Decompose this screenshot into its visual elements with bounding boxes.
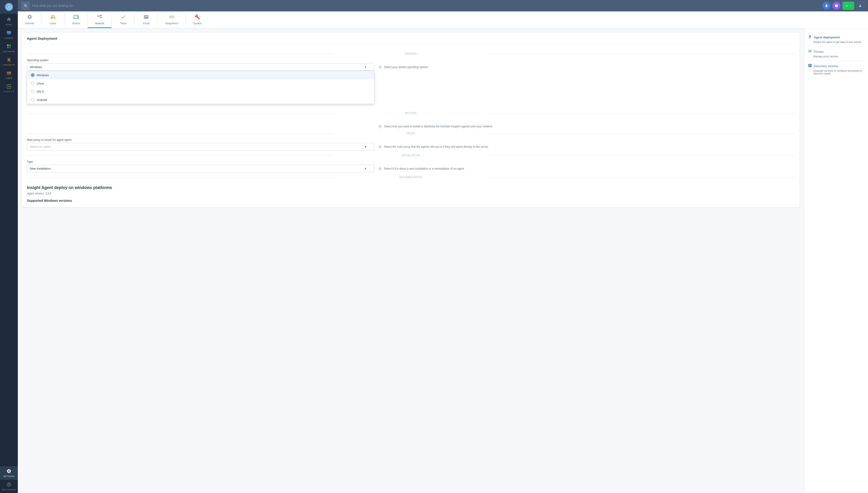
sidebar-item-service-desk-label: SERVICE DESK (2, 489, 16, 491)
side-panel-proxies[interactable]: Proxies Manage proxy servers (808, 46, 864, 61)
os-chevron-icon: ▼ (364, 65, 367, 69)
tab-email[interactable]: Email (135, 12, 158, 28)
search-input[interactable] (32, 4, 820, 7)
svg-line-20 (99, 16, 100, 16)
svg-rect-1 (7, 31, 11, 34)
side-panel-discovery-sources[interactable]: Discovery sources Integrate services or … (808, 61, 864, 78)
tab-integrations[interactable]: Integrations (158, 12, 185, 28)
sidebar-item-assets[interactable]: ASSETS (0, 28, 18, 42)
svg-rect-5 (7, 47, 9, 48)
tab-users[interactable]: Users (42, 12, 64, 28)
installation-form-row: Type New installation ▼ i Select if it i… (27, 160, 795, 172)
os-option-linux[interactable]: Linux (27, 79, 374, 87)
installation-select-col: Type New installation ▼ (27, 160, 374, 172)
os-option-osx[interactable]: OS X (27, 87, 374, 95)
os-info-text: Select your assets operating system (384, 65, 428, 69)
os-option-osx-label: OS X (37, 90, 44, 93)
proxies-desc: Manage proxy servers (808, 55, 864, 58)
method-info-icon: i (378, 124, 382, 129)
section-installation: INSTALLATION (27, 154, 795, 156)
os-radio-linux (31, 82, 35, 85)
installation-type-select[interactable]: New installation ▼ (27, 165, 374, 172)
proxy-info: i Select the main proxy that the agents … (378, 138, 795, 149)
help-button[interactable] (832, 2, 841, 10)
topbar: ＋ (18, 0, 868, 12)
os-option-android-label: Android (37, 98, 47, 102)
svg-point-12 (10, 72, 11, 72)
os-selected-value: Windows (30, 65, 42, 69)
sidebar-item-service-desk[interactable]: SERVICE DESK (0, 480, 18, 493)
tab-tasks[interactable]: Tasks (112, 12, 135, 28)
sidebar-item-other[interactable]: OTHER CIs (0, 82, 18, 95)
os-radio-osx (31, 90, 35, 93)
os-radio-windows (31, 73, 35, 77)
doc-version-label: Agent version: (27, 192, 44, 195)
agent-deployment-icon (808, 35, 812, 40)
section-proxy: PROXY (27, 132, 795, 135)
email-tab-icon (143, 14, 149, 21)
notification-button[interactable] (822, 2, 830, 10)
svg-rect-3 (7, 44, 9, 46)
sidebar-item-software[interactable]: SOFTWARE (0, 42, 18, 55)
svg-rect-18 (100, 15, 102, 16)
method-form-row: i Select how you want to install or dist… (27, 118, 795, 129)
cmdb-icon (6, 70, 12, 76)
proxy-select-wrapper: Select an option ▼ (27, 143, 374, 150)
os-option-android[interactable]: Android (27, 95, 374, 104)
doc-title: Insight Agent deploy on windows platform… (27, 185, 795, 190)
section-method: METHOD (27, 112, 795, 114)
tab-general[interactable]: General (18, 12, 41, 28)
proxy-chevron-icon: ▼ (364, 145, 367, 148)
tab-assets-label: Assets (73, 22, 80, 25)
svg-rect-11 (7, 74, 11, 75)
side-panel: Agent deployment Deploy the agent to get… (804, 28, 868, 493)
discovery-sources-title: Discovery sources (814, 64, 838, 68)
main-content: ＋ General (18, 0, 868, 493)
topbar-actions: ＋ (822, 2, 864, 10)
discovery-sources-desc: Integrate services or configure processe… (808, 69, 864, 75)
sidebar-item-settings-label: SETTINGS (3, 475, 14, 477)
tab-system[interactable]: System (186, 12, 209, 28)
installation-select-wrapper: New installation ▼ (27, 165, 374, 172)
user-menu-button[interactable] (856, 2, 864, 10)
software-icon (6, 44, 12, 49)
sidebar-item-home[interactable]: HOME (0, 15, 18, 28)
tab-network[interactable]: Network (88, 12, 111, 28)
tab-network-label: Network (95, 22, 104, 25)
tasks-tab-icon (120, 14, 126, 21)
documentation-section: Insight Agent deploy on windows platform… (27, 185, 795, 202)
installation-type-label: Type (27, 160, 374, 164)
sidebar-item-settings[interactable]: SETTINGS (0, 466, 18, 480)
network-tab-icon (97, 14, 102, 21)
installation-info-icon: i (378, 167, 382, 171)
os-select-wrapper: Windows ▼ Windows (27, 63, 374, 71)
agent-deployment-card: Agent Deployment GENERAL Operating syste… (22, 33, 800, 207)
tab-assets[interactable]: Assets (65, 12, 87, 28)
sidebar-item-contracts[interactable]: CONTRACTS (0, 55, 18, 68)
search-button[interactable] (21, 2, 30, 10)
os-info-icon: i (378, 65, 382, 69)
os-option-windows[interactable]: Windows (27, 71, 374, 79)
contracts-icon (6, 57, 12, 63)
sidebar: HOME ASSETS SOFTWARE (0, 0, 18, 493)
svg-rect-4 (9, 44, 11, 46)
add-button[interactable]: ＋ (842, 2, 854, 10)
side-panel-agent-deployment[interactable]: Agent deployment Deploy the agent to get… (808, 32, 864, 46)
svg-rect-6 (9, 47, 11, 48)
tab-users-label: Users (50, 22, 57, 25)
svg-rect-16 (8, 486, 9, 486)
os-select[interactable]: Windows ▼ (27, 63, 374, 71)
sidebar-item-home-label: HOME (6, 23, 12, 26)
proxy-select[interactable]: Select an option ▼ (27, 143, 374, 150)
tab-system-label: System (193, 22, 202, 25)
service-desk-icon (6, 482, 12, 488)
sidebar-item-assets-label: ASSETS (4, 37, 14, 39)
card-header: Agent Deployment (22, 33, 800, 44)
os-radio-android (31, 98, 35, 102)
method-info-text: Select how you want to install or distri… (384, 125, 492, 128)
svg-point-13 (10, 73, 11, 74)
agent-deployment-header: Agent deployment (808, 35, 864, 40)
proxy-selected-value: Select an option (30, 145, 51, 148)
svg-rect-19 (100, 17, 102, 18)
sidebar-item-cmdb[interactable]: CMDB (0, 68, 18, 82)
